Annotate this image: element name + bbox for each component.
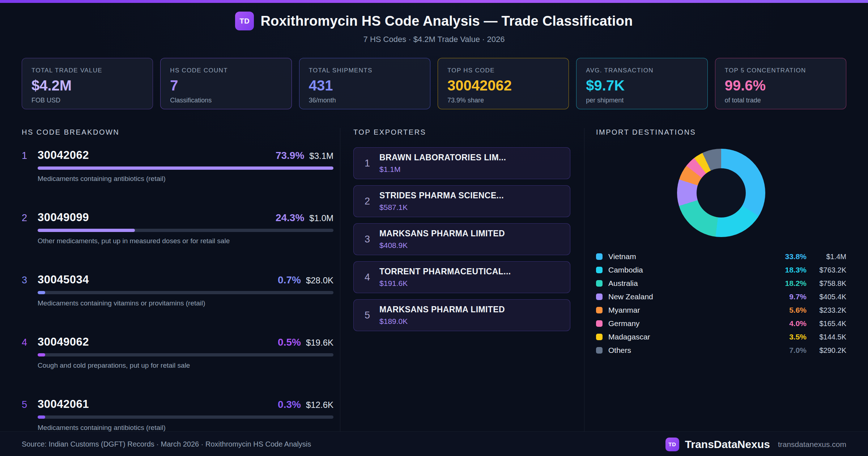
exporter-value: $408.9K (379, 241, 505, 250)
hs-value: $1.0M (309, 213, 333, 223)
page-subtitle: 7 HS Codes · $4.2M Trade Value · 2026 (0, 35, 868, 44)
exporter-card: 1 BRAWN LABORATORIES LIM... $1.1M (353, 147, 570, 179)
legend-percent: 18.3% (772, 266, 807, 274)
footer-brand: TD TransDataNexus transdatanexus.com (665, 438, 846, 451)
legend-label: Australia (608, 279, 772, 288)
legend-percent: 18.2% (772, 279, 807, 288)
legend-percent: 4.0% (772, 319, 807, 328)
legend-row: Vietnam 33.8% $1.4M (596, 252, 846, 262)
brand-domain-link[interactable]: transdatanexus.com (778, 440, 846, 449)
brand-logo: TD (665, 438, 679, 451)
top-accent-bar (0, 0, 868, 3)
hs-description: Cough and cold preparations, put up for … (38, 362, 333, 370)
stat-value: 7 (170, 77, 282, 94)
hs-code-breakdown-panel: HS CODE BREAKDOWN 1 30042062 73.9% $3.1M… (22, 128, 340, 431)
legend-row: Myanmar 5.6% $233.2K (596, 305, 846, 315)
legend-value: $290.2K (807, 346, 846, 355)
legend-value: $144.5K (807, 333, 846, 341)
stat-label: HS CODE COUNT (170, 67, 282, 74)
exporter-name: STRIDES PHARMA SCIENCE... (379, 191, 504, 200)
destinations-legend: Vietnam 33.8% $1.4M Cambodia 18.3% $763.… (596, 252, 846, 355)
exporter-name: BRAWN LABORATORIES LIM... (379, 153, 506, 162)
stat-sub: 73.9% share (447, 97, 559, 104)
exporter-value: $189.0K (379, 317, 505, 326)
legend-swatch (596, 294, 603, 300)
top-exporters-panel: TOP EXPORTERS 1 BRAWN LABORATORIES LIM..… (340, 128, 584, 431)
stat-value: $9.7K (586, 77, 698, 94)
hs-value: $3.1M (309, 151, 333, 161)
legend-value: $165.4K (807, 320, 846, 328)
hs-value: $12.6K (306, 400, 333, 410)
exporter-rank: 4 (365, 272, 370, 283)
legend-label: Myanmar (608, 306, 772, 314)
legend-swatch (596, 253, 603, 260)
hs-bar-track (38, 353, 333, 356)
hs-code: 30049062 (38, 335, 89, 349)
hs-code: 30042062 (38, 149, 89, 162)
stat-card-total-shipments: TOTAL SHIPMENTS 431 36/month (299, 58, 430, 109)
legend-value: $758.8K (807, 279, 846, 288)
stat-value: 30042062 (447, 77, 559, 94)
hs-code-row: 4 30049062 0.5% $19.6K Cough and cold pr… (22, 335, 333, 370)
hs-rank: 5 (22, 399, 38, 410)
stat-label: TOTAL TRADE VALUE (31, 67, 143, 74)
hs-bar-fill (38, 229, 135, 232)
page-title: Roxithromycin HS Code Analysis — Trade C… (260, 13, 633, 29)
import-destinations-donut (677, 149, 765, 237)
exporter-rank: 2 (365, 196, 370, 207)
legend-value: $1.4M (807, 253, 846, 261)
hs-rank: 4 (22, 337, 38, 348)
legend-row: Madagascar 3.5% $144.5K (596, 332, 846, 342)
hs-code-row: 2 30049099 24.3% $1.0M Other medicaments… (22, 211, 333, 245)
legend-value: $405.4K (807, 293, 846, 301)
import-destinations-panel: IMPORT DESTINATIONS Vietnam 33.8% $1.4M … (584, 128, 846, 431)
legend-label: Cambodia (608, 266, 772, 274)
exporter-card: 2 STRIDES PHARMA SCIENCE... $587.1K (353, 185, 570, 217)
stat-card-avg-transaction: AVG. TRANSACTION $9.7K per shipment (576, 58, 707, 109)
legend-swatch (596, 307, 603, 313)
hs-bar-track (38, 166, 333, 170)
hs-bar-fill (38, 353, 45, 356)
hs-value: $19.6K (306, 338, 333, 348)
hs-percent: 73.9% (276, 150, 304, 161)
hs-rank: 2 (22, 212, 38, 224)
brand-name: TransDataNexus (685, 438, 770, 451)
stat-value: 431 (309, 77, 421, 94)
section-title-breakdown: HS CODE BREAKDOWN (22, 128, 333, 136)
legend-label: Others (608, 346, 772, 355)
exporter-card: 4 TORRENT PHARMACEUTICAL... $191.6K (353, 261, 570, 293)
stat-label: TOP 5 CONCENTRATION (725, 67, 837, 74)
exporter-card: 3 MARKSANS PHARMA LIMITED $408.9K (353, 223, 570, 255)
legend-swatch (596, 334, 603, 340)
legend-row: Germany 4.0% $165.4K (596, 318, 846, 329)
hs-percent: 0.5% (278, 337, 301, 348)
hs-value: $28.0K (306, 275, 333, 286)
exporter-value: $587.1K (379, 203, 504, 212)
legend-swatch (596, 280, 603, 287)
stat-card-hs-code-count: HS CODE COUNT 7 Classifications (160, 58, 292, 109)
source-note: Source: Indian Customs (DGFT) Records · … (22, 440, 311, 448)
legend-row: Australia 18.2% $758.8K (596, 278, 846, 288)
legend-swatch (596, 347, 603, 354)
stat-sub: of total trade (725, 97, 837, 104)
exporter-name: TORRENT PHARMACEUTICAL... (379, 267, 511, 276)
legend-value: $233.2K (807, 306, 846, 314)
hs-rank: 1 (22, 150, 38, 161)
hs-description: Other medicaments, put up in measured do… (38, 237, 333, 245)
hs-bar-fill (38, 415, 45, 419)
hs-code-row: 5 30042061 0.3% $12.6K Medicaments conta… (22, 398, 333, 431)
stat-sub: per shipment (586, 97, 698, 104)
hs-description: Medicaments containing antibiotics (reta… (38, 175, 333, 183)
legend-percent: 9.7% (772, 292, 807, 301)
hs-bar-track (38, 229, 333, 232)
header: TD Roxithromycin HS Code Analysis — Trad… (0, 3, 868, 52)
hs-code: 30049099 (38, 211, 89, 224)
hs-bar-fill (38, 291, 45, 294)
section-title-exporters: TOP EXPORTERS (353, 128, 570, 136)
exporter-rank: 1 (365, 158, 370, 169)
hs-code-row: 1 30042062 73.9% $3.1M Medicaments conta… (22, 149, 333, 183)
stat-card-top-hs-code: TOP HS CODE 30042062 73.9% share (438, 58, 569, 109)
hs-description: Medicaments containing vitamins or provi… (38, 299, 333, 307)
footer: Source: Indian Customs (DGFT) Records · … (0, 431, 868, 456)
stat-value: $4.2M (31, 77, 143, 94)
